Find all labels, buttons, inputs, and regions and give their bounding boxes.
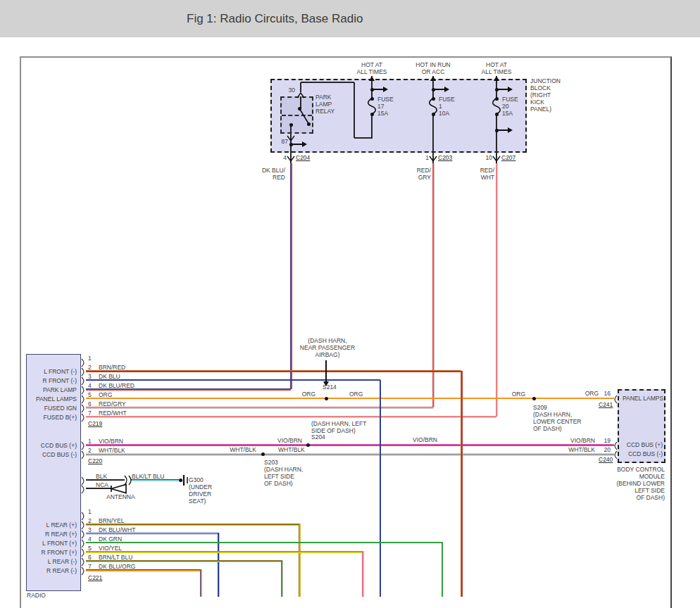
label-brn-yel: BRN/YEL bbox=[99, 517, 124, 524]
connector-link-c220[interactable]: C220 bbox=[88, 457, 102, 464]
arrowhead-right-icon bbox=[508, 127, 513, 133]
label-ccd-bus: CCD BUS (+) bbox=[627, 441, 663, 448]
label-s203-dash-harn-left-side-of-dash: S203 (DASH HARN, LEFT SIDE OF DASH) bbox=[264, 459, 303, 487]
label-ccd-bus: CCD BUS (+) bbox=[41, 442, 77, 449]
wire-dk-blu bbox=[86, 379, 380, 381]
label-dk-grn: DK GRN bbox=[99, 536, 122, 543]
label-ccd-bus: CCD BUS (-) bbox=[42, 451, 77, 458]
pin-arc-icon bbox=[81, 450, 87, 462]
pin-arc-icon bbox=[81, 566, 87, 578]
label-r-rear: R REAR (+) bbox=[45, 531, 77, 538]
wire-vio-brn bbox=[86, 444, 614, 446]
label-brn-lt-blu: BRN/LT BLU bbox=[99, 554, 132, 561]
label-2: 2 bbox=[88, 364, 92, 371]
label-vio-brn: VIO/BRN bbox=[413, 436, 437, 443]
label-hot-in-run-or-acc: HOT IN RUN OR ACC bbox=[415, 61, 450, 75]
junction-dot bbox=[289, 123, 293, 127]
label-wht-blk: WHT/BLK bbox=[99, 447, 125, 454]
label-hot-at-all-times: HOT AT ALL TIMES bbox=[482, 61, 512, 75]
junction-internal-line bbox=[354, 137, 373, 139]
label-2: 2 bbox=[88, 447, 92, 454]
wire-red-gry bbox=[86, 407, 433, 409]
diagram-layer: HOT AT ALL TIMESHOT IN RUN OR ACCHOT AT … bbox=[0, 0, 700, 608]
wire-dk-blu-org bbox=[200, 569, 202, 597]
pin-arc-icon bbox=[81, 412, 87, 425]
chevron-down-icon bbox=[492, 153, 501, 165]
label-dash-harn-left-side-of-dash: (DASH HARN, LEFT SIDE OF DASH) bbox=[311, 420, 366, 434]
label-r-front: R FRONT (+) bbox=[41, 549, 77, 556]
connector-link-c219[interactable]: C219 bbox=[88, 420, 102, 427]
label-6: 6 bbox=[88, 400, 92, 407]
arrowhead-up-icon bbox=[369, 76, 375, 81]
wire-dk-grn bbox=[442, 542, 443, 597]
label-vio-brn: VIO/BRN bbox=[570, 437, 595, 444]
wire-wht-blk bbox=[86, 453, 614, 455]
label-7: 7 bbox=[88, 563, 92, 570]
chevron-down-icon bbox=[287, 132, 295, 145]
wire-dk-blu bbox=[380, 380, 381, 597]
label-ccd-bus: CCD BUS (-) bbox=[628, 450, 663, 457]
label-s209-dash-harn-lower-center-of-dash: S209 (DASH HARN, LOWER CENTER OF DASH) bbox=[533, 404, 581, 432]
label-30: 30 bbox=[289, 87, 295, 94]
label-red-gry: RED/GRY bbox=[99, 400, 126, 407]
connector-link-c207[interactable]: C207 bbox=[501, 154, 515, 161]
label-body-control-module-behind-lower-left-si: BODY CONTROL MODULE (BEHIND LOWER LEFT S… bbox=[617, 466, 665, 501]
label-5: 5 bbox=[88, 545, 92, 552]
label-7: 7 bbox=[88, 410, 92, 417]
label-10: 10 bbox=[486, 154, 492, 161]
branch-arrow bbox=[373, 89, 383, 90]
label-radio: RADIO bbox=[27, 592, 46, 599]
label-r-front: R FRONT (-) bbox=[43, 377, 77, 384]
label-5: 5 bbox=[88, 391, 92, 398]
label-l-front: L FRONT (-) bbox=[44, 368, 77, 375]
junction-dot bbox=[261, 452, 265, 456]
pin-arc-icon bbox=[81, 484, 87, 497]
label-r-rear: R REAR (-) bbox=[46, 567, 77, 574]
label-1: 1 bbox=[88, 438, 92, 445]
arrowhead-right-icon bbox=[444, 87, 449, 92]
label-16: 16 bbox=[604, 390, 611, 397]
label-dash-harn-near-passenger-airbag: (DASH HARN, NEAR PASSENGER AIRBAG) bbox=[300, 337, 355, 358]
label-red-wht: RED/ WHT bbox=[480, 167, 494, 181]
label-dk-blu: DK BLU bbox=[99, 373, 120, 380]
chevron-down-icon bbox=[287, 153, 295, 165]
label-1: 1 bbox=[88, 355, 92, 362]
label-fused-ign: FUSED IGN bbox=[44, 405, 77, 412]
label-fuse-20-15a: FUSE 20 15A bbox=[502, 96, 518, 117]
connector-link-c240[interactable]: C240 bbox=[599, 456, 613, 463]
label-fused-b: FUSED B(+) bbox=[44, 414, 77, 421]
arrowhead-up-icon bbox=[494, 76, 499, 81]
label-vio-brn: VIO/BRN bbox=[99, 438, 123, 445]
branch-arrow bbox=[498, 89, 508, 90]
label-panel-lamps: PANEL LAMPS bbox=[36, 395, 77, 403]
wire-vio-yel bbox=[362, 551, 364, 597]
label-org: ORG bbox=[349, 391, 363, 398]
label-junction-block-right-kick-panel: JUNCTION BLOCK (RIGHT KICK PANEL) bbox=[530, 77, 561, 113]
connector-link-c203[interactable]: C203 bbox=[438, 154, 452, 161]
label-red-gry: RED/ GRY bbox=[417, 167, 431, 181]
label-blk-lt-blu: BLK/LT BLU bbox=[132, 473, 164, 480]
label-org: ORG bbox=[302, 391, 315, 398]
pin-arc-icon bbox=[612, 450, 618, 462]
wire-brn-lt-blu bbox=[281, 560, 283, 597]
arrowhead-right-icon bbox=[383, 87, 388, 92]
arrowhead-up-icon bbox=[430, 76, 436, 81]
label-dk-blu-wht: DK BLU/WHT bbox=[99, 526, 135, 533]
label-wht-blk: WHT/BLK bbox=[278, 446, 305, 453]
branch-arrow bbox=[435, 89, 444, 90]
junction-dot bbox=[306, 443, 310, 447]
label-vio-brn: VIO/BRN bbox=[277, 437, 302, 444]
label-blk: BLK bbox=[96, 473, 107, 480]
label-19: 19 bbox=[604, 437, 611, 444]
label-s204: S204 bbox=[311, 433, 325, 441]
junction-internal-line bbox=[354, 82, 355, 138]
label-vio-yel: VIO/YEL bbox=[99, 545, 122, 552]
connector-link-c241[interactable]: C241 bbox=[599, 401, 613, 408]
chevron-up-icon bbox=[296, 89, 305, 102]
label-4: 4 bbox=[88, 382, 92, 389]
connector-link-c204[interactable]: C204 bbox=[296, 154, 310, 161]
label-wht-blk: WHT/BLK bbox=[568, 446, 595, 453]
connector-link-c221[interactable]: C221 bbox=[88, 574, 102, 581]
wire-dk-grn bbox=[86, 542, 442, 543]
ground-icon bbox=[182, 474, 191, 490]
